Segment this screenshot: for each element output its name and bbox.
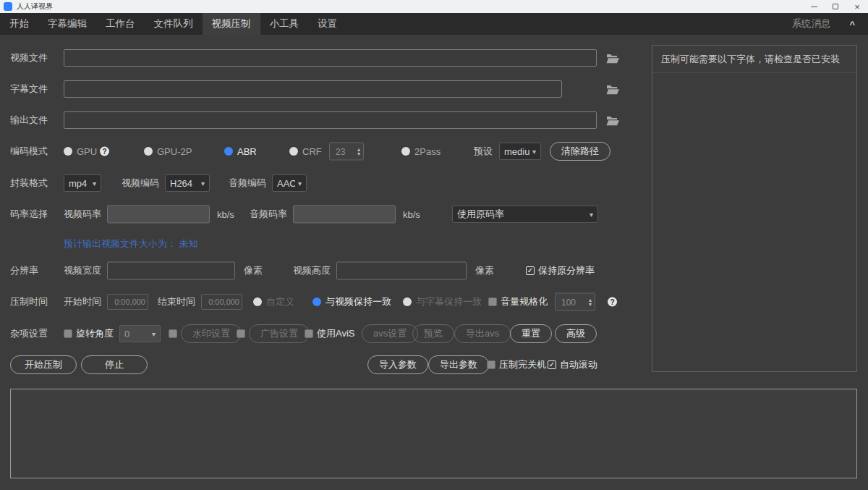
audio-bitrate-input[interactable] bbox=[293, 206, 396, 224]
rotation-checkbox[interactable] bbox=[64, 329, 72, 338]
log-output-area[interactable] bbox=[10, 389, 857, 478]
start-compress-button[interactable]: 开始压制 bbox=[10, 355, 77, 374]
menubar: 开始 字幕编辑 工作台 文件队列 视频压制 小工具 设置 系统消息 ^ bbox=[0, 13, 868, 35]
advanced-button[interactable]: 高级 bbox=[555, 324, 597, 343]
radio-2pass-label[interactable]: 2Pass bbox=[414, 146, 441, 157]
menu-item-settings[interactable]: 设置 bbox=[308, 13, 346, 35]
radio-match-video[interactable] bbox=[312, 297, 321, 306]
estimate-row: 预计输出视频文件大小为： 未知 bbox=[10, 235, 643, 253]
menu-item-subtitle-edit[interactable]: 字幕编辑 bbox=[38, 13, 96, 35]
fonts-panel: 压制可能需要以下字体，请检查是否已安装 bbox=[652, 45, 857, 372]
maximize-button[interactable] bbox=[825, 0, 846, 13]
shutdown-after-label[interactable]: 压制完关机 bbox=[499, 358, 546, 371]
rotation-label[interactable]: 旋转角度 bbox=[76, 327, 114, 340]
radio-2pass[interactable] bbox=[401, 147, 410, 156]
menu-item-tools[interactable]: 小工具 bbox=[260, 13, 309, 35]
volume-help-icon[interactable]: ? bbox=[608, 297, 617, 307]
video-file-input[interactable] bbox=[64, 49, 597, 67]
radio-custom-time-label[interactable]: 自定义 bbox=[266, 295, 294, 308]
video-height-input[interactable] bbox=[336, 262, 467, 280]
radio-crf[interactable] bbox=[289, 147, 298, 156]
shutdown-after-checkbox[interactable] bbox=[487, 360, 495, 369]
audio-bitrate-unit: kb/s bbox=[403, 209, 420, 220]
radio-gpu[interactable] bbox=[64, 147, 72, 156]
radio-gpu2p-label[interactable]: GPU-2P bbox=[157, 146, 192, 157]
output-file-label: 输出文件 bbox=[10, 114, 48, 127]
menu-item-video-compress[interactable]: 视频压制 bbox=[203, 13, 260, 35]
output-file-browse-button[interactable] bbox=[606, 114, 621, 126]
volume-normalize-label[interactable]: 音量规格化 bbox=[501, 295, 548, 308]
radio-crf-label[interactable]: CRF bbox=[302, 146, 322, 157]
compress-time-row: 压制时间 开始时间 0:00,000 结束时间 0:00,000 自定义 与视频… bbox=[10, 292, 643, 311]
video-file-row: 视频文件 bbox=[10, 48, 643, 67]
stepper-arrows-icon[interactable]: ▴▾ bbox=[589, 297, 592, 306]
radio-gpu-label[interactable]: GPU bbox=[77, 146, 97, 157]
export-avs-button[interactable]: 导出avs bbox=[454, 324, 511, 343]
avs-settings-button[interactable]: avs设置 bbox=[362, 324, 418, 343]
ad-checkbox[interactable] bbox=[237, 329, 245, 338]
video-bitrate-input[interactable] bbox=[107, 206, 210, 224]
subtitle-file-input[interactable] bbox=[64, 80, 562, 98]
audio-codec-select[interactable]: AAC ▾ bbox=[272, 174, 307, 192]
close-button[interactable]: × bbox=[846, 0, 868, 13]
format-select[interactable]: mp4 ▾ bbox=[64, 174, 101, 192]
watermark-checkbox[interactable] bbox=[169, 329, 177, 338]
reset-button[interactable]: 重置 bbox=[510, 324, 552, 343]
radio-abr-label[interactable]: ABR bbox=[237, 146, 257, 157]
end-time-input[interactable]: 0:00,000 bbox=[201, 294, 242, 310]
system-message-button[interactable]: 系统消息 bbox=[791, 17, 830, 30]
video-width-input[interactable] bbox=[107, 262, 235, 280]
radio-custom-time[interactable] bbox=[253, 297, 262, 306]
crf-value-stepper[interactable]: 23 ▴▾ bbox=[329, 143, 364, 161]
keep-original-resolution-label[interactable]: 保持原分辨率 bbox=[538, 264, 595, 277]
minimize-icon bbox=[811, 7, 817, 7]
export-params-button[interactable]: 导出参数 bbox=[428, 355, 489, 374]
bitrate-mode-value: 使用原码率 bbox=[457, 208, 504, 221]
auto-scroll-checkbox[interactable]: ✓ bbox=[548, 360, 556, 369]
radio-match-subtitle-label[interactable]: 与字幕保持一致 bbox=[416, 295, 482, 308]
chevron-down-icon: ▾ bbox=[201, 179, 205, 187]
radio-gpu2p[interactable] bbox=[144, 147, 153, 156]
gpu-help-icon[interactable]: ? bbox=[100, 147, 109, 156]
clear-path-button[interactable]: 清除路径 bbox=[550, 142, 610, 161]
encode-mode-row: 编码模式 GPU ? GPU-2P ABR CRF 23 ▴▾ 2Pass 预设… bbox=[10, 142, 643, 161]
preview-button[interactable]: 预览 bbox=[412, 324, 454, 343]
keep-original-resolution-checkbox[interactable]: ✓ bbox=[526, 266, 535, 275]
rotation-select[interactable]: 0 ▾ bbox=[119, 325, 161, 342]
folder-open-icon bbox=[606, 53, 620, 64]
crf-value: 23 bbox=[330, 146, 345, 156]
watermark-settings-button[interactable]: 水印设置 bbox=[181, 324, 242, 343]
subtitle-file-browse-button[interactable] bbox=[606, 83, 621, 95]
auto-scroll-label[interactable]: 自动滚动 bbox=[560, 358, 597, 371]
menu-item-label: 视频压制 bbox=[212, 17, 251, 30]
video-file-browse-button[interactable] bbox=[606, 52, 621, 64]
menu-item-file-queue[interactable]: 文件队列 bbox=[145, 13, 203, 35]
import-params-button[interactable]: 导入参数 bbox=[367, 355, 428, 374]
radio-match-video-label[interactable]: 与视频保持一致 bbox=[326, 295, 391, 308]
audio-bitrate-label: 音频码率 bbox=[250, 208, 287, 221]
start-time-input[interactable]: 0:00,000 bbox=[107, 294, 148, 310]
subtitle-file-row: 字幕文件 bbox=[10, 80, 643, 98]
radio-abr[interactable] bbox=[224, 147, 233, 156]
video-codec-value: H264 bbox=[170, 178, 192, 189]
preset-select[interactable]: medium ▾ bbox=[499, 143, 541, 160]
menu-item-start[interactable]: 开始 bbox=[0, 13, 38, 35]
volume-normalize-checkbox[interactable] bbox=[488, 297, 497, 306]
radio-match-subtitle[interactable] bbox=[403, 297, 412, 306]
stop-button[interactable]: 停止 bbox=[81, 355, 148, 374]
use-avs-label[interactable]: 使用AviS bbox=[317, 327, 355, 340]
bitrate-mode-select[interactable]: 使用原码率 ▾ bbox=[452, 206, 598, 223]
use-avs-checkbox[interactable] bbox=[305, 329, 313, 338]
stepper-arrows-icon[interactable]: ▴▾ bbox=[357, 147, 360, 156]
volume-stepper[interactable]: 100 ▴▾ bbox=[555, 293, 595, 311]
check-icon: ✓ bbox=[527, 266, 533, 274]
output-file-input[interactable] bbox=[64, 111, 597, 129]
menu-item-workbench[interactable]: 工作台 bbox=[96, 13, 145, 35]
chevron-up-icon[interactable]: ^ bbox=[849, 19, 855, 30]
action-row: 开始压制 停止 导入参数 导出参数 压制完关机 ✓ 自动滚动 bbox=[10, 355, 643, 374]
ad-settings-button[interactable]: 广告设置 bbox=[249, 324, 310, 343]
minimize-button[interactable] bbox=[803, 0, 825, 13]
video-bitrate-unit: kb/s bbox=[217, 209, 234, 220]
menu-item-label: 设置 bbox=[318, 17, 337, 30]
video-codec-select[interactable]: H264 ▾ bbox=[165, 174, 210, 192]
